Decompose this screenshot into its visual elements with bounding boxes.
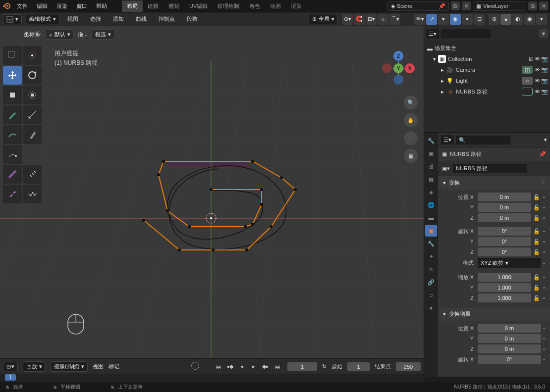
tab-texpaint[interactable]: 纹理绘制 [213, 0, 244, 12]
rot-x-field[interactable]: 0° [478, 227, 531, 236]
shading-opts-icon[interactable]: ▾ [536, 14, 547, 25]
lock-icon[interactable]: 🔓 [533, 194, 541, 200]
ptab-particle[interactable]: ✦ [425, 250, 437, 262]
camera-icon[interactable]: 📷 [541, 67, 548, 73]
overlay-opts-icon[interactable]: ▾ [462, 14, 473, 25]
shading-material-icon[interactable]: ◐ [512, 14, 523, 25]
camera-icon[interactable]: 📷 [541, 78, 548, 84]
ptab-output[interactable]: 🖨 [425, 160, 437, 172]
outliner-filter-icon[interactable]: ▼ [539, 29, 548, 38]
scale-y-field[interactable]: 1.000 [478, 283, 531, 292]
ptab-physics[interactable]: ⚛ [425, 263, 437, 275]
lock-icon[interactable]: 🔓 [533, 215, 541, 221]
toolbar-add[interactable]: 添加 [109, 14, 128, 24]
selectmode-dropdown[interactable]: 框选▾ [92, 29, 114, 40]
autokey-icon[interactable] [191, 362, 199, 370]
playhead[interactable]: 1 [5, 374, 16, 381]
shading-rendered-icon[interactable]: ◉ [524, 14, 535, 25]
pos-z-field[interactable]: 0 m [478, 213, 531, 222]
tool-shear[interactable] [3, 185, 22, 203]
drag-icon[interactable]: ⠿ [541, 180, 545, 186]
coord-dropdown[interactable]: ⟐ 默认▾ [46, 29, 74, 40]
ptab-data[interactable]: ⊃ [425, 289, 437, 301]
drot-x-field[interactable]: 0° [478, 355, 541, 364]
prop-options-icon[interactable]: ▾ [544, 137, 547, 143]
pos-x-field[interactable]: 0 m [478, 193, 531, 201]
tab-layout[interactable]: 布局 [122, 0, 143, 12]
visibility-icon[interactable]: 👁▾ [414, 14, 425, 25]
timeline-keying-dropdown[interactable]: 抠像(插帧)▾ [51, 361, 88, 372]
eye-icon[interactable]: 👁 [535, 78, 540, 84]
tool-cursor[interactable] [23, 46, 42, 65]
tab-modeling[interactable]: 建模 [143, 0, 164, 12]
camera-icon[interactable]: 📷 [541, 56, 548, 62]
propedit-type-icon[interactable]: ⌒▾ [389, 14, 400, 25]
timeline-marker[interactable]: 标记 [109, 363, 119, 370]
tool-move[interactable] [3, 66, 22, 85]
axis-gizmo[interactable]: Z Y X [381, 51, 416, 86]
delete-viewlayer-icon[interactable]: ✕ [539, 1, 548, 10]
object-name-input[interactable] [453, 164, 527, 173]
gizmo-toggle-icon[interactable]: ↗ [426, 14, 437, 25]
play-reverse-icon[interactable]: ◂ [237, 362, 247, 372]
perspective-icon[interactable]: ▦ [404, 149, 418, 163]
viewlayer-input[interactable] [483, 3, 523, 9]
ptab-object[interactable]: ▣ [425, 225, 437, 237]
ptab-viewlayer[interactable]: ▦ [425, 173, 437, 185]
tool-rotate[interactable] [23, 66, 42, 85]
outliner-collection[interactable]: ▾ ▣ Collection ☑👁📷 [424, 53, 550, 64]
pan-icon[interactable]: ✋ [404, 113, 418, 127]
outliner-item-camera[interactable]: ▸ 🎥 Camera ◫ 👁📷 [424, 64, 550, 75]
lock-icon[interactable]: 🔓 [533, 204, 541, 211]
timeline-scrubber[interactable]: 1 [0, 374, 424, 382]
snap-icon[interactable]: 🧲 [354, 14, 365, 25]
outliner-item-light[interactable]: ▸ 💡 Light ○ 👁📷 [424, 75, 550, 86]
new-scene-icon[interactable]: ⧉ [451, 1, 460, 10]
ptab-tool[interactable]: 🔧 [425, 135, 437, 147]
tool-annotate[interactable] [3, 105, 22, 124]
eye-icon[interactable]: 👁 [535, 89, 540, 95]
ptab-material[interactable]: ● [425, 302, 437, 314]
chevron-right-icon[interactable]: ▸ [441, 67, 444, 73]
ptab-collection[interactable]: ▬ [425, 212, 437, 224]
scene-input[interactable] [397, 3, 437, 9]
tool-select-box[interactable] [3, 46, 22, 65]
outliner-item-nurbs[interactable]: ▸ ⊃ NURBS 路径 👁📷 [424, 86, 550, 97]
snap-target-icon[interactable]: ⊞▾ [366, 14, 377, 25]
curve-control-polygon[interactable] [144, 161, 295, 250]
lock-icon[interactable]: 🔓 [533, 249, 541, 255]
menu-render[interactable]: 渲染 [53, 0, 71, 12]
checkbox-icon[interactable]: ☑ [529, 56, 534, 62]
rot-y-field[interactable]: 0° [478, 237, 531, 246]
scale-x-field[interactable]: 1.000 [478, 273, 531, 282]
lock-icon[interactable]: 🔓 [533, 285, 541, 291]
ptab-scene[interactable]: ◈ [425, 186, 437, 198]
tool-measure[interactable] [23, 105, 42, 124]
current-frame-field[interactable]: 1 [287, 362, 317, 371]
editor-type-dropdown[interactable]: ▾ [3, 14, 22, 24]
ptab-constraint[interactable]: 🔗 [425, 276, 437, 288]
rotation-mode-dropdown[interactable]: XYZ 欧拉 ▾ [478, 258, 541, 268]
timeline-playback-dropdown[interactable]: 回放▾ [23, 361, 46, 372]
dpos-y-field[interactable]: 0 m [478, 334, 541, 343]
scale-z-field[interactable]: 1.000 [478, 294, 531, 302]
tab-animation[interactable]: 动画 [265, 0, 286, 12]
menu-edit[interactable]: 编辑 [33, 0, 52, 12]
camera-view-icon[interactable]: 🎥 [404, 131, 418, 145]
menu-file[interactable]: 文件 [13, 0, 32, 12]
start-frame-field[interactable]: 1 [347, 362, 370, 371]
new-viewlayer-icon[interactable]: ⧉ [528, 1, 537, 10]
pivot-icon[interactable]: ⊙▾ [342, 14, 353, 25]
tool-tilt[interactable] [23, 165, 42, 184]
tab-uv[interactable]: UV编辑 [184, 0, 213, 12]
lock-icon[interactable]: 🔓 [533, 228, 541, 235]
keyframe-prev-icon[interactable]: ◂◆ [225, 362, 235, 372]
lock-icon[interactable]: 🔓 [533, 274, 541, 281]
toolbar-curve[interactable]: 曲线 [132, 14, 151, 24]
tool-draw[interactable] [3, 125, 22, 144]
keyframe-next-icon[interactable]: ◆▸ [261, 362, 271, 372]
viewlayer-field[interactable]: ▦ [473, 1, 526, 11]
tool-scale[interactable] [3, 86, 22, 104]
lock-icon[interactable]: 🔓 [533, 239, 541, 245]
overlay-toggle-icon[interactable]: ◉ [450, 14, 461, 25]
